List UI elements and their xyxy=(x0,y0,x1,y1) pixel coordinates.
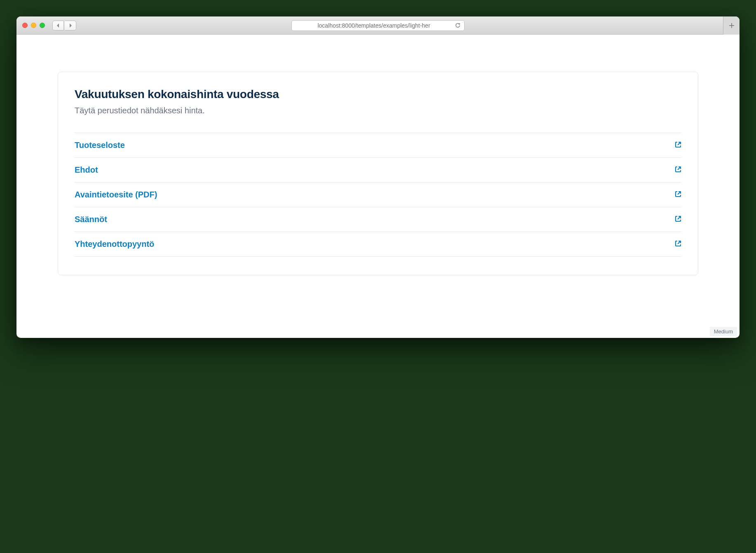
external-link-icon xyxy=(675,240,681,248)
nav-buttons xyxy=(52,21,76,30)
address-text: localhost:8000/templates/examples/light-… xyxy=(317,22,430,29)
chevron-left-icon xyxy=(56,23,60,28)
viewport-badge: Medium xyxy=(710,327,737,336)
external-link-icon xyxy=(675,141,681,150)
link-list: Tuoteseloste Ehdot Avaintietoesite (PDF) xyxy=(75,133,681,257)
forward-button[interactable] xyxy=(65,21,76,30)
link-row-saannot[interactable]: Säännöt xyxy=(75,207,681,232)
link-label: Yhteydenottopyyntö xyxy=(75,239,154,249)
link-row-yhteydenottopyynto[interactable]: Yhteydenottopyyntö xyxy=(75,232,681,257)
link-label: Tuoteseloste xyxy=(75,141,125,150)
external-link-icon xyxy=(675,216,681,224)
reload-icon[interactable] xyxy=(455,22,461,28)
link-label: Ehdot xyxy=(75,165,98,175)
titlebar: localhost:8000/templates/examples/light-… xyxy=(16,16,740,35)
link-label: Avaintietoesite (PDF) xyxy=(75,190,157,199)
link-row-ehdot[interactable]: Ehdot xyxy=(75,158,681,183)
external-link-icon xyxy=(675,191,681,199)
chevron-right-icon xyxy=(68,23,73,28)
new-tab-button[interactable] xyxy=(723,16,740,35)
plus-icon xyxy=(729,23,735,28)
close-window-button[interactable] xyxy=(22,23,28,28)
browser-window: localhost:8000/templates/examples/light-… xyxy=(16,16,740,338)
address-bar[interactable]: localhost:8000/templates/examples/light-… xyxy=(291,20,465,31)
back-button[interactable] xyxy=(52,21,64,30)
price-card: Vakuutuksen kokonaishinta vuodessa Täytä… xyxy=(58,72,698,275)
external-link-icon xyxy=(675,166,681,174)
link-row-tuoteseloste[interactable]: Tuoteseloste xyxy=(75,133,681,158)
card-title: Vakuutuksen kokonaishinta vuodessa xyxy=(75,88,681,101)
card-subtitle: Täytä perustiedot nähdäksesi hinta. xyxy=(75,106,681,115)
link-label: Säännöt xyxy=(75,215,107,224)
page-content: Vakuutuksen kokonaishinta vuodessa Täytä… xyxy=(16,35,740,292)
traffic-lights xyxy=(22,23,45,28)
link-row-avaintietoesite[interactable]: Avaintietoesite (PDF) xyxy=(75,183,681,207)
minimize-window-button[interactable] xyxy=(31,23,36,28)
maximize-window-button[interactable] xyxy=(40,23,45,28)
